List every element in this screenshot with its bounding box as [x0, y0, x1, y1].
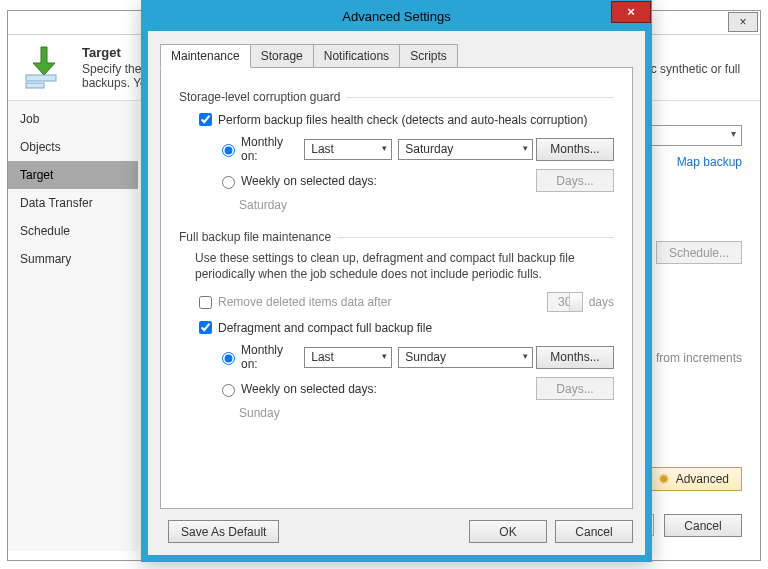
nav-objects[interactable]: Objects — [8, 133, 138, 161]
nav-target[interactable]: Target — [8, 161, 138, 189]
tab-notifications[interactable]: Notifications — [313, 44, 400, 67]
nav-schedule[interactable]: Schedule — [8, 217, 138, 245]
nav-summary[interactable]: Summary — [8, 245, 138, 273]
nav-data-transfer[interactable]: Data Transfer — [8, 189, 138, 217]
defrag-monthly-day-select[interactable]: Sunday — [398, 347, 533, 368]
health-monthly-label: Monthly on: — [241, 135, 301, 163]
dialog-close-button[interactable]: × — [611, 1, 651, 23]
full-backup-desc: Use these settings to clean up, defragme… — [195, 250, 614, 282]
defrag-monthly-radio[interactable] — [222, 352, 235, 365]
wizard-nav: Job Objects Target Data Transfer Schedul… — [8, 101, 138, 551]
tab-page-maintenance: Storage-level corruption guard Perform b… — [160, 67, 633, 509]
advanced-button-label: Advanced — [676, 472, 729, 486]
defrag-days-button[interactable]: Days... — [536, 377, 614, 400]
group-full-backup-maintenance: Full backup file maintenance — [179, 230, 614, 244]
defrag-monthly-week-select[interactable]: Last — [304, 347, 392, 368]
health-check-label: Perform backup files health check (detec… — [218, 113, 588, 127]
target-icon — [22, 45, 72, 85]
nav-job[interactable]: Job — [8, 105, 138, 133]
remove-deleted-days-spinner[interactable]: 30 — [547, 292, 583, 312]
health-weekly-radio[interactable] — [222, 176, 235, 189]
health-monthly-week-select[interactable]: Last — [304, 139, 392, 160]
remove-deleted-checkbox[interactable] — [199, 296, 212, 309]
health-days-button[interactable]: Days... — [536, 169, 614, 192]
dialog-titlebar: Advanced Settings × — [142, 1, 651, 31]
health-monthly-day-select[interactable]: Saturday — [398, 139, 533, 160]
group-corruption-guard: Storage-level corruption guard — [179, 90, 614, 104]
svg-rect-0 — [26, 75, 56, 81]
remove-deleted-label: Remove deleted items data after — [218, 295, 391, 309]
wizard-cancel-button[interactable]: Cancel — [664, 514, 742, 537]
health-monthly-radio[interactable] — [222, 144, 235, 157]
health-weekly-label: Weekly on selected days: — [241, 174, 377, 188]
increments-note: from increments — [656, 351, 742, 365]
defrag-weekly-summary: Sunday — [239, 406, 280, 420]
defrag-label: Defragment and compact full backup file — [218, 321, 432, 335]
map-backup-link[interactable]: Map backup — [677, 155, 742, 169]
defrag-checkbox[interactable] — [199, 321, 212, 334]
defrag-weekly-radio[interactable] — [222, 384, 235, 397]
gear-icon: ✹ — [658, 471, 670, 487]
health-weekly-summary: Saturday — [239, 198, 287, 212]
health-months-button[interactable]: Months... — [536, 138, 614, 161]
save-as-default-button[interactable]: Save As Default — [168, 520, 279, 543]
defrag-weekly-label: Weekly on selected days: — [241, 382, 377, 396]
dialog-title: Advanced Settings — [342, 9, 450, 24]
remove-deleted-unit: days — [589, 295, 614, 309]
svg-rect-1 — [26, 83, 44, 88]
tab-maintenance[interactable]: Maintenance — [160, 44, 251, 68]
schedule-button[interactable]: Schedule... — [656, 241, 742, 264]
tabstrip: Maintenance Storage Notifications Script… — [160, 43, 633, 67]
advanced-button[interactable]: ✹ Advanced — [645, 467, 742, 491]
cancel-button[interactable]: Cancel — [555, 520, 633, 543]
defrag-months-button[interactable]: Months... — [536, 346, 614, 369]
health-check-checkbox[interactable] — [199, 113, 212, 126]
advanced-settings-dialog: Advanced Settings × Maintenance Storage … — [141, 0, 652, 562]
defrag-monthly-label: Monthly on: — [241, 343, 301, 371]
tab-scripts[interactable]: Scripts — [399, 44, 458, 67]
wizard-close-button[interactable]: × — [728, 12, 758, 32]
tab-storage[interactable]: Storage — [250, 44, 314, 67]
ok-button[interactable]: OK — [469, 520, 547, 543]
